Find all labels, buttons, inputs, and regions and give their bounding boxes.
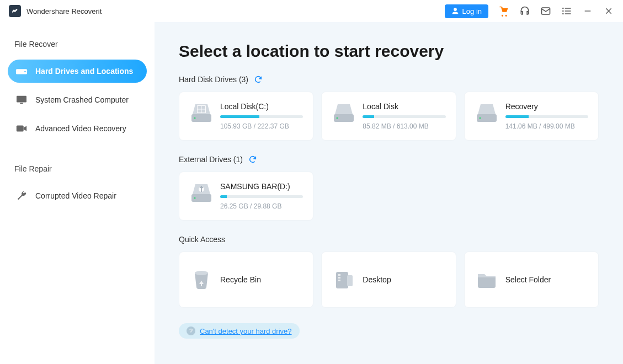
folder-icon (475, 267, 499, 292)
external-drive-card[interactable]: SAMSUNG BAR(D:) 26.25 GB / 29.88 GB (179, 172, 313, 221)
sidebar-item-label: System Crashed Computer (35, 95, 129, 104)
sidebar-item-label: Hard Drives and Locations (35, 67, 133, 76)
monitor-icon (15, 95, 28, 105)
drive-size: 141.06 MB / 499.00 MB (505, 122, 588, 130)
svg-rect-28 (347, 275, 353, 286)
recycle-bin-icon (189, 267, 214, 292)
drive-icon (15, 66, 28, 76)
svg-point-22 (194, 197, 195, 199)
close-icon[interactable] (603, 6, 614, 17)
quickaccess-desktop[interactable]: Desktop (321, 251, 456, 308)
drive-icon (189, 102, 214, 126)
sidebar: File Recover Hard Drives and Locations S… (0, 22, 155, 364)
sidebar-item-system-crashed[interactable]: System Crashed Computer (8, 88, 147, 111)
sidebar-item-label: Advanced Video Recovery (35, 124, 126, 133)
drive-card[interactable]: Local Disk 85.82 MB / 613.00 MB (321, 92, 456, 141)
refresh-icon[interactable] (254, 75, 263, 84)
svg-rect-26 (338, 277, 340, 279)
drive-progress (220, 115, 303, 118)
drive-card[interactable]: Recovery 141.06 MB / 499.00 MB (464, 92, 599, 141)
svg-rect-7 (20, 103, 23, 104)
svg-point-5 (24, 71, 25, 72)
svg-rect-12 (198, 110, 201, 113)
sidebar-section-repair: File Repair (8, 164, 147, 184)
help-detect-drive[interactable]: ? Can't detect your hard drive? (179, 323, 300, 339)
header: Wondershare Recoverit Log in (0, 0, 623, 22)
usb-drive-icon (189, 182, 214, 206)
minimize-icon[interactable] (582, 6, 593, 17)
section-quickaccess-label: Quick Access (179, 235, 225, 244)
drive-card[interactable]: Local Disk(C:) 105.93 GB / 222.37 GB (179, 92, 313, 141)
help-link-label: Can't detect your hard drive? (200, 327, 292, 335)
login-button[interactable]: Log in (445, 4, 488, 18)
main: Select a location to start recovery Hard… (155, 22, 623, 364)
svg-rect-27 (338, 280, 340, 281)
drive-icon (475, 102, 499, 126)
svg-rect-24 (336, 272, 348, 288)
drive-name: Recovery (505, 102, 588, 111)
svg-rect-13 (202, 110, 206, 113)
quickaccess-label: Select Folder (505, 275, 588, 284)
drive-name: Local Disk (363, 102, 445, 111)
svg-point-3 (562, 13, 564, 15)
wrench-icon (15, 191, 28, 201)
list-icon[interactable] (561, 6, 572, 17)
svg-rect-6 (17, 96, 26, 103)
mail-icon[interactable] (540, 6, 551, 17)
sidebar-item-label: Corrupted Video Repair (35, 191, 116, 200)
drive-name: Local Disk(C:) (220, 102, 303, 111)
drive-size: 105.93 GB / 222.37 GB (220, 122, 303, 130)
drive-progress (220, 195, 303, 198)
svg-rect-8 (17, 126, 24, 132)
login-button-label: Log in (462, 7, 482, 15)
svg-point-2 (562, 10, 564, 12)
drive-progress (363, 115, 445, 118)
desktop-icon (332, 267, 356, 292)
sidebar-item-corrupted-video[interactable]: Corrupted Video Repair (8, 184, 147, 207)
quickaccess-select-folder[interactable]: Select Folder (464, 251, 599, 308)
drive-size: 85.82 MB / 613.00 MB (363, 122, 445, 130)
refresh-icon[interactable] (248, 155, 257, 164)
page-title: Select a location to start recovery (179, 42, 599, 61)
svg-point-19 (479, 117, 481, 119)
app-logo (9, 5, 21, 17)
svg-rect-11 (202, 106, 206, 109)
svg-rect-25 (338, 274, 340, 276)
question-icon: ? (187, 326, 195, 335)
svg-point-1 (562, 8, 564, 9)
quickaccess-recycle-bin[interactable]: Recycle Bin (179, 251, 313, 308)
section-hdd-label: Hard Disk Drives (3) (179, 75, 248, 84)
app-title: Wondershare Recoverit (26, 7, 102, 15)
section-external-label: External Drives (1) (179, 155, 243, 164)
svg-rect-10 (198, 106, 201, 109)
camera-icon (15, 124, 28, 133)
drive-size: 26.25 GB / 29.88 GB (220, 202, 303, 210)
headset-icon[interactable] (519, 6, 530, 17)
cart-icon[interactable] (498, 6, 509, 17)
sidebar-section-recover: File Recover (8, 40, 147, 60)
drive-icon (332, 102, 356, 126)
sidebar-item-advanced-video[interactable]: Advanced Video Recovery (8, 117, 147, 140)
drive-name: SAMSUNG BAR(D:) (220, 182, 303, 191)
quickaccess-label: Recycle Bin (220, 275, 303, 284)
svg-point-17 (337, 117, 338, 119)
quickaccess-label: Desktop (363, 275, 445, 284)
sidebar-item-hard-drives[interactable]: Hard Drives and Locations (8, 60, 147, 83)
svg-point-15 (194, 117, 195, 119)
svg-point-23 (195, 271, 208, 275)
user-icon (451, 7, 459, 15)
drive-progress (505, 115, 588, 118)
